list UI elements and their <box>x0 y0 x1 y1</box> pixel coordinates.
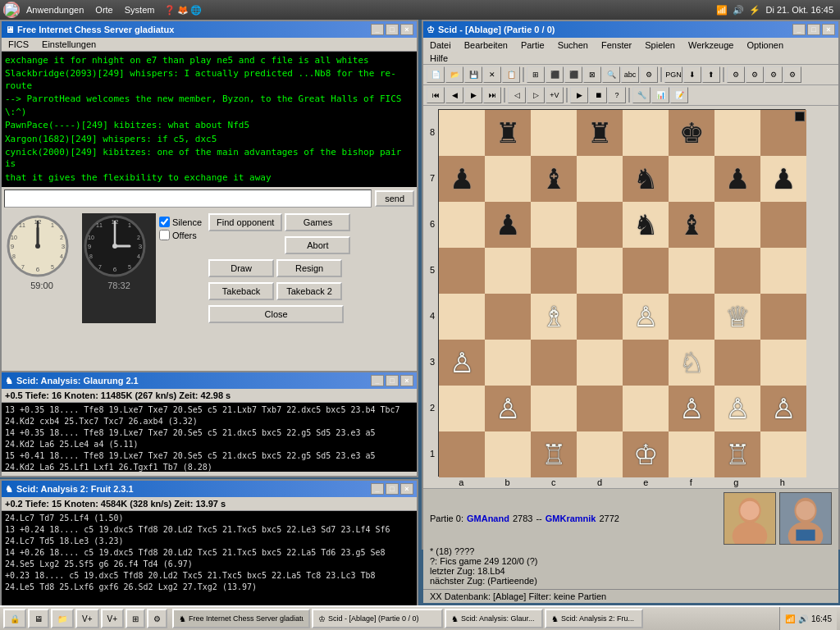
sq-c6[interactable] <box>531 202 577 248</box>
tb-prev[interactable]: ⬛ <box>546 66 564 83</box>
tb-play[interactable]: ▶ <box>570 87 588 103</box>
menu-partie[interactable]: Partie <box>518 39 548 51</box>
menu-fenster[interactable]: Fenster <box>598 39 635 51</box>
sq-d7[interactable] <box>577 156 623 202</box>
sq-h5[interactable] <box>760 248 806 294</box>
sq-h8[interactable] <box>760 110 806 156</box>
tb-extra3[interactable]: ⚙ <box>765 66 783 83</box>
tb-save[interactable]: 💾 <box>464 66 482 83</box>
analysis1-maximize[interactable]: □ <box>386 375 399 386</box>
tb-extra1[interactable]: ⚙ <box>727 66 745 83</box>
analysis1-minimize[interactable]: _ <box>371 375 384 386</box>
tb-filter[interactable]: ⚙ <box>640 66 658 83</box>
taskbar-icon-vplus[interactable]: V+ <box>75 609 99 628</box>
sq-a5[interactable] <box>439 248 485 294</box>
tb-export-pgn[interactable]: PGN <box>664 66 682 83</box>
scid-maximize-btn[interactable]: □ <box>807 24 820 35</box>
analysis2-minimize[interactable]: _ <box>371 483 384 495</box>
sq-c8[interactable] <box>531 110 577 156</box>
sq-h2[interactable]: ♙ <box>760 386 806 431</box>
tb-open[interactable]: 📂 <box>445 66 463 83</box>
sq-g4[interactable]: ♕ <box>714 294 760 340</box>
draw-btn[interactable]: Draw <box>208 259 274 277</box>
fics-maximize-btn[interactable]: □ <box>386 24 399 35</box>
tb-next[interactable]: ⬛ <box>564 66 582 83</box>
fics-close-btn[interactable]: × <box>400 24 413 35</box>
fics-send-button[interactable]: send <box>375 190 414 207</box>
sq-b7[interactable] <box>485 156 531 202</box>
tb-close-db[interactable]: ✕ <box>483 66 501 83</box>
taskbar-btn-analysis1[interactable]: ♞ Scid: Analysis: Glaur... <box>445 609 543 628</box>
sq-e7[interactable]: ♞ <box>623 156 669 202</box>
sq-f7[interactable] <box>669 156 714 202</box>
taskbar-icon-files[interactable]: 📁 <box>51 609 74 628</box>
tb-new[interactable]: 📄 <box>427 66 445 83</box>
sq-c1[interactable]: ♖ <box>531 431 577 477</box>
apps-menu[interactable]: Anwendungen <box>21 3 89 16</box>
sq-d5[interactable] <box>577 248 623 294</box>
scid-minimize-btn[interactable]: _ <box>792 24 806 35</box>
sq-c2[interactable] <box>531 386 577 431</box>
sq-g5[interactable] <box>714 248 760 294</box>
sq-h4[interactable] <box>760 294 806 340</box>
sq-d1[interactable] <box>577 431 623 477</box>
sq-e2[interactable] <box>623 386 669 431</box>
taskbar-icon-lock[interactable]: 🔒 <box>3 609 26 628</box>
sq-h1[interactable] <box>760 431 806 477</box>
sq-f3[interactable]: ♘ <box>669 340 714 386</box>
sq-e3[interactable] <box>623 340 669 386</box>
sq-a2[interactable] <box>439 386 485 431</box>
menu-datei[interactable]: Datei <box>427 39 454 51</box>
tb-abc[interactable]: abc <box>621 66 639 83</box>
sq-h6[interactable] <box>760 202 806 248</box>
menu-bearbeiten[interactable]: Bearbeiten <box>461 39 511 51</box>
tb-prev-move[interactable]: ◀ <box>445 87 463 103</box>
tb-analysis[interactable]: 📊 <box>651 87 669 103</box>
sq-a7[interactable]: ♟ <box>439 156 485 202</box>
sq-b5[interactable] <box>485 248 531 294</box>
takeback2-btn[interactable]: Takeback 2 <box>276 282 342 300</box>
sq-f2[interactable]: ♙ <box>669 386 714 431</box>
sq-c3[interactable] <box>531 340 577 386</box>
sq-a4[interactable] <box>439 294 485 340</box>
tb-engine[interactable]: 🔧 <box>632 87 651 103</box>
taskbar-icon-vplus2[interactable]: V+ <box>101 609 125 628</box>
sq-g6[interactable] <box>714 202 760 248</box>
sq-b1[interactable] <box>485 431 531 477</box>
sq-e1[interactable]: ♔ <box>623 431 669 477</box>
taskbar-btn-analysis2[interactable]: ♞ Scid: Analysis 2: Fru... <box>545 609 643 628</box>
sq-b2[interactable]: ♙ <box>485 386 531 431</box>
fics-menu-file[interactable]: FICS <box>5 39 32 50</box>
find-opponent-btn[interactable]: Find opponent <box>208 213 282 231</box>
tb-extra2[interactable]: ⚙ <box>746 66 764 83</box>
taskbar-btn-scid[interactable]: ♔ Scid - [Ablage] (Partie 0 / 0) <box>312 609 443 628</box>
sq-e4[interactable]: ♙ <box>623 294 669 340</box>
tray-network[interactable]: 📶 <box>785 614 795 623</box>
sq-g1[interactable]: ♖ <box>714 431 760 477</box>
tb-export[interactable]: ⬆ <box>702 66 720 83</box>
tb-var-prev[interactable]: ◁ <box>508 87 526 103</box>
tb-help[interactable]: ? <box>608 87 626 103</box>
sq-d3[interactable] <box>577 340 623 386</box>
sq-c4[interactable]: ♗ <box>531 294 577 340</box>
fics-minimize-btn[interactable]: _ <box>371 24 384 35</box>
sq-e5[interactable] <box>623 248 669 294</box>
analysis2-close[interactable]: × <box>400 483 413 495</box>
scid-close-btn[interactable]: × <box>822 24 835 35</box>
menu-optionen[interactable]: Optionen <box>743 39 787 51</box>
tb-next-move[interactable]: ▶ <box>464 87 482 103</box>
fics-chat-input[interactable] <box>4 189 372 208</box>
sq-a1[interactable] <box>439 431 485 477</box>
places-menu[interactable]: Orte <box>90 3 117 16</box>
menu-werkzeuge[interactable]: Werkzeuge <box>685 39 737 51</box>
sq-b3[interactable] <box>485 340 531 386</box>
tb-next10[interactable]: ⊠ <box>583 66 601 83</box>
sq-b8[interactable]: ♜ <box>485 110 531 156</box>
silence-checkbox[interactable] <box>159 217 170 227</box>
tray-vol[interactable]: 🔊 <box>798 614 808 623</box>
taskbar-icon-stepper[interactable]: ⊞ <box>126 609 145 628</box>
sq-f1[interactable] <box>669 431 714 477</box>
sq-g2[interactable]: ♙ <box>714 386 760 431</box>
sq-c5[interactable] <box>531 248 577 294</box>
taskbar-btn-fics[interactable]: ♞ Free Internet Chess Server gladiatux <box>172 609 310 628</box>
